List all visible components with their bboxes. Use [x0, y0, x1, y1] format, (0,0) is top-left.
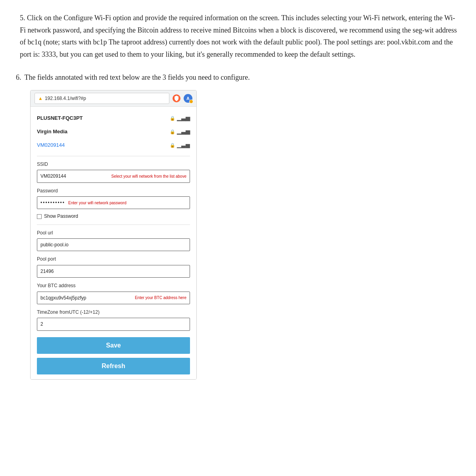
browser-bar: ▲ 192.168.4.1/wifi?#p A — [31, 90, 196, 107]
network-row-0[interactable]: PLUSNET-FQC3PT 🔒 ▁▃▅ — [37, 111, 190, 125]
password-dots: •••••••••• — [40, 199, 65, 207]
profile-icon: A — [184, 94, 192, 103]
lock-icon-1: 🔒 — [170, 128, 175, 136]
divider-2 — [37, 225, 190, 225]
btc-label: Your BTC address — [37, 282, 190, 290]
btc-hint: Enter your BTC address here — [135, 294, 186, 301]
signal-bars-2: ▁▃▅ — [177, 140, 190, 150]
refresh-button[interactable]: Refresh — [37, 358, 190, 374]
password-field[interactable]: •••••••••• Enter your wifi network passw… — [37, 196, 190, 209]
btc-field[interactable]: bc1qgxu9v54xj5pzfyp Enter your BTC addre… — [37, 292, 190, 304]
wifi-content: PLUSNET-FQC3PT 🔒 ▁▃▅ Virgin Media 🔒 ▁▃▅ … — [31, 107, 196, 379]
pool-url-field[interactable]: public-pool.io — [37, 238, 190, 251]
network-name-0: PLUSNET-FQC3PT — [37, 114, 83, 123]
timezone-field[interactable]: 2 — [37, 318, 190, 330]
save-button[interactable]: Save — [37, 337, 190, 354]
timezone-value: 2 — [40, 320, 43, 328]
step5-text: 5. Click on the Configure Wi-Fi option a… — [20, 14, 457, 58]
step6-header: 6. The fields annotated with red text be… — [16, 71, 460, 84]
network-name-1: Virgin Media — [37, 127, 67, 136]
step6-number: 6. — [16, 71, 21, 84]
url-text: 192.168.4.1/wifi?#p — [45, 94, 86, 102]
step5-paragraph: 5. Click on the Configure Wi-Fi option a… — [16, 12, 460, 60]
pool-url-label: Pool url — [37, 229, 190, 237]
brave-icon — [173, 94, 180, 102]
ssid-value: VM0209144 — [40, 172, 66, 180]
ssid-hint: Select your wifi network from the list a… — [111, 173, 186, 180]
divider-1 — [37, 156, 190, 156]
show-password-label: Show Password — [44, 212, 78, 220]
browser-frame: ▲ 192.168.4.1/wifi?#p A PLUSNET-FQC3PT 🔒… — [30, 90, 197, 380]
wifi-signal-1: 🔒 ▁▃▅ — [170, 127, 190, 136]
warning-icon: ▲ — [38, 94, 43, 102]
browser-url-bar[interactable]: ▲ 192.168.4.1/wifi?#p — [35, 93, 169, 104]
ssid-field[interactable]: VM0209144 Select your wifi network from … — [37, 170, 190, 182]
timezone-label: TimeZone fromUTC (-12/+12) — [37, 308, 190, 316]
network-link-2[interactable]: VM0209144 — [37, 141, 65, 150]
btc-value: bc1qgxu9v54xj5pzfyp — [40, 294, 86, 302]
signal-bars-1: ▁▃▅ — [177, 127, 190, 136]
network-row-1[interactable]: Virgin Media 🔒 ▁▃▅ — [37, 125, 190, 138]
pool-port-field[interactable]: 21496 — [37, 265, 190, 278]
show-password-row: Show Password — [37, 212, 190, 220]
wifi-signal-0: 🔒 ▁▃▅ — [170, 113, 190, 123]
pool-url-value: public-pool.io — [40, 241, 69, 249]
lock-icon-2: 🔒 — [170, 142, 175, 149]
pool-port-value: 21496 — [40, 267, 54, 275]
password-hint: Enter your wifi network password — [68, 200, 127, 206]
show-password-checkbox[interactable] — [37, 214, 42, 219]
wifi-signal-2: 🔒 ▁▃▅ — [170, 140, 190, 150]
step6-description: The fields annotated with red text below… — [25, 71, 250, 84]
lock-icon-0: 🔒 — [170, 115, 175, 122]
pool-port-label: Pool port — [37, 255, 190, 263]
signal-bars-0: ▁▃▅ — [177, 113, 190, 123]
password-label: Password — [37, 187, 190, 195]
ssid-label: SSID — [37, 160, 190, 168]
network-row-2[interactable]: VM0209144 🔒 ▁▃▅ — [37, 138, 190, 152]
